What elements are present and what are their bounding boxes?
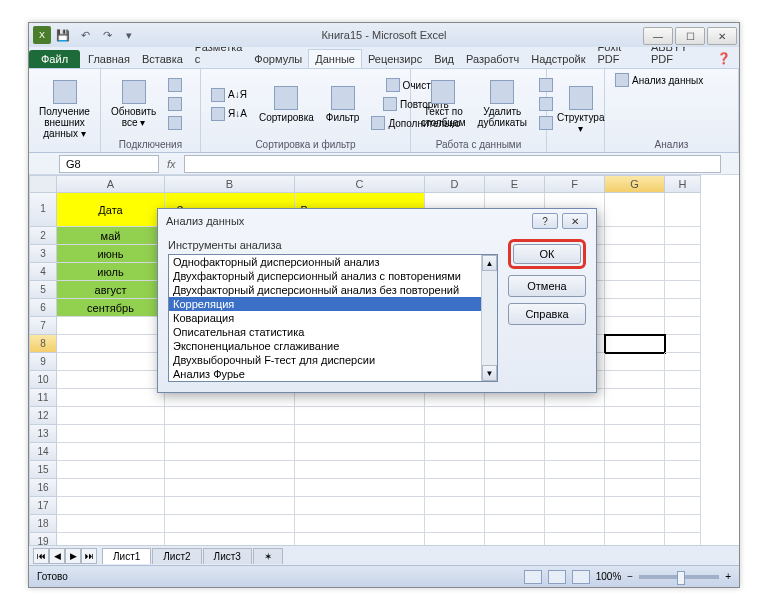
cell[interactable] <box>665 425 701 443</box>
ribbon-tab[interactable]: Данные <box>308 49 362 68</box>
cell[interactable] <box>545 479 605 497</box>
cell[interactable] <box>295 497 425 515</box>
cell[interactable] <box>665 317 701 335</box>
cell[interactable] <box>485 461 545 479</box>
cell[interactable] <box>665 443 701 461</box>
cell[interactable] <box>425 407 485 425</box>
ribbon-tab[interactable]: Главная <box>82 50 136 68</box>
ribbon-tab[interactable]: Разработч <box>460 50 525 68</box>
cell[interactable] <box>165 533 295 545</box>
cell[interactable] <box>545 497 605 515</box>
cell[interactable] <box>165 497 295 515</box>
cell[interactable] <box>425 479 485 497</box>
cell[interactable] <box>605 497 665 515</box>
analysis-tool-item[interactable]: Двухвыборочный F-тест для дисперсии <box>169 353 497 367</box>
cell[interactable] <box>57 353 165 371</box>
column-header[interactable]: F <box>545 175 605 193</box>
cell[interactable] <box>605 425 665 443</box>
column-header[interactable]: B <box>165 175 295 193</box>
row-header[interactable]: 6 <box>29 299 57 317</box>
cell[interactable] <box>665 461 701 479</box>
cell[interactable] <box>605 515 665 533</box>
cell[interactable] <box>425 533 485 545</box>
column-header[interactable]: H <box>665 175 701 193</box>
zoom-slider[interactable] <box>639 575 719 579</box>
row-header[interactable]: 9 <box>29 353 57 371</box>
new-sheet-button[interactable]: ✶ <box>253 548 283 564</box>
cell[interactable] <box>665 353 701 371</box>
row-header[interactable]: 10 <box>29 371 57 389</box>
row-header[interactable]: 11 <box>29 389 57 407</box>
cell[interactable] <box>605 227 665 245</box>
maximize-button[interactable]: ☐ <box>675 27 705 45</box>
row-header[interactable]: 5 <box>29 281 57 299</box>
analysis-tool-item[interactable]: Двухфакторный дисперсионный анализ с пов… <box>169 269 497 283</box>
cell[interactable] <box>295 533 425 545</box>
row-header[interactable]: 7 <box>29 317 57 335</box>
cell[interactable] <box>165 461 295 479</box>
cell[interactable] <box>545 461 605 479</box>
cell[interactable] <box>295 515 425 533</box>
cell[interactable] <box>605 281 665 299</box>
cell[interactable] <box>485 425 545 443</box>
redo-button[interactable]: ↷ <box>97 26 117 44</box>
row-header[interactable]: 17 <box>29 497 57 515</box>
undo-button[interactable]: ↶ <box>75 26 95 44</box>
column-header[interactable]: G <box>605 175 665 193</box>
cell[interactable] <box>485 497 545 515</box>
row-header[interactable]: 16 <box>29 479 57 497</box>
help-button[interactable]: Справка <box>508 303 586 325</box>
save-button[interactable]: 💾 <box>53 26 73 44</box>
analysis-tool-item[interactable]: Корреляция <box>169 297 497 311</box>
cell[interactable] <box>295 407 425 425</box>
minimize-button[interactable]: — <box>643 27 673 45</box>
cell[interactable] <box>605 353 665 371</box>
cell[interactable] <box>605 299 665 317</box>
name-box[interactable]: G8 <box>59 155 159 173</box>
cell[interactable] <box>57 461 165 479</box>
remove-duplicates-button[interactable]: Удалить дубликаты <box>474 78 531 130</box>
column-header[interactable]: D <box>425 175 485 193</box>
cell[interactable]: сентябрь <box>57 299 165 317</box>
text-to-columns-button[interactable]: Текст по столбцам <box>417 78 470 130</box>
cell[interactable] <box>605 443 665 461</box>
cell[interactable] <box>665 281 701 299</box>
cell[interactable] <box>665 533 701 545</box>
analysis-tool-item[interactable]: Анализ Фурье <box>169 367 497 381</box>
cell[interactable] <box>665 299 701 317</box>
cell[interactable] <box>57 389 165 407</box>
normal-view-button[interactable] <box>524 570 542 584</box>
cell[interactable] <box>165 443 295 461</box>
row-header[interactable]: 4 <box>29 263 57 281</box>
sheet-nav-button[interactable]: ⏮ <box>33 548 49 564</box>
cell[interactable] <box>605 533 665 545</box>
edit-links-button[interactable] <box>164 114 186 132</box>
zoom-out-button[interactable]: − <box>627 571 633 582</box>
cell[interactable] <box>485 515 545 533</box>
cell[interactable]: август <box>57 281 165 299</box>
cell[interactable] <box>605 479 665 497</box>
row-header[interactable]: 19 <box>29 533 57 545</box>
ok-button[interactable]: ОК <box>513 244 581 264</box>
cell[interactable] <box>57 515 165 533</box>
cell[interactable]: Дата <box>57 193 165 227</box>
cell[interactable] <box>545 425 605 443</box>
external-data-button[interactable]: Получение внешних данных ▾ <box>35 78 94 141</box>
cell[interactable] <box>295 425 425 443</box>
ribbon-tab[interactable]: Вид <box>428 50 460 68</box>
cell[interactable] <box>425 443 485 461</box>
data-analysis-button[interactable]: Анализ данных <box>611 71 707 89</box>
cell[interactable]: июль <box>57 263 165 281</box>
row-header[interactable]: 14 <box>29 443 57 461</box>
sheet-tab[interactable]: Лист1 <box>102 548 151 564</box>
sheet-tab[interactable]: Лист2 <box>152 548 201 564</box>
dialog-close-button[interactable]: ✕ <box>562 213 588 229</box>
cell[interactable] <box>485 443 545 461</box>
cell[interactable] <box>665 407 701 425</box>
cell[interactable] <box>665 335 701 353</box>
ribbon-tab[interactable]: Рецензирс <box>362 50 428 68</box>
row-header[interactable]: 12 <box>29 407 57 425</box>
connections-button[interactable] <box>164 76 186 94</box>
select-all-corner[interactable] <box>29 175 57 193</box>
cell[interactable] <box>605 317 665 335</box>
